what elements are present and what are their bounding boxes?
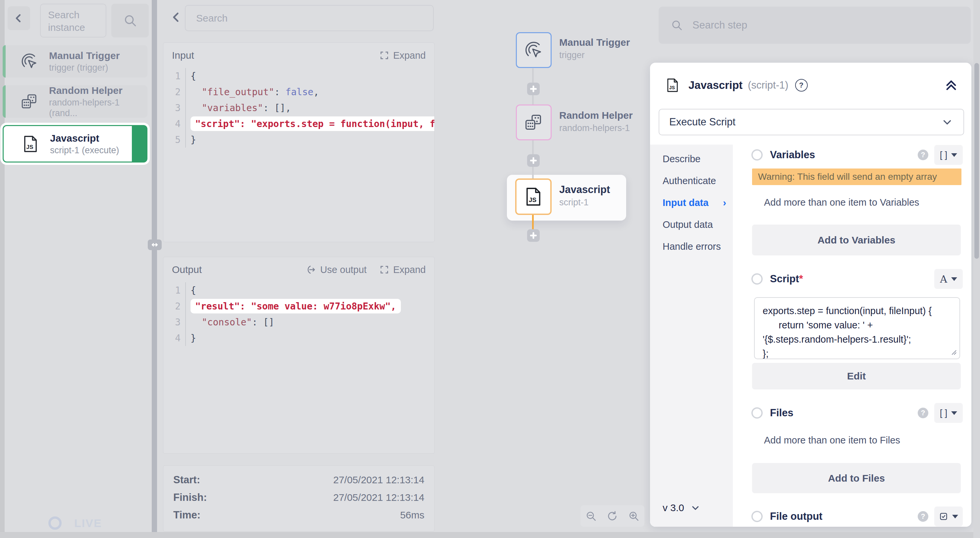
- zoom-out-button[interactable]: [585, 510, 597, 522]
- files-field-row: Files ? [ ]: [751, 403, 963, 423]
- run-info-card: Start: 27/05/2021 12:13:14 Finish: 27/05…: [163, 465, 435, 532]
- zoom-in-button[interactable]: [628, 510, 640, 522]
- add-to-files-button[interactable]: Add to Files: [752, 463, 961, 493]
- input-json-viewer[interactable]: 1{2 "file_output": false,3 "variables": …: [163, 68, 434, 150]
- node-subtitle: trigger: [559, 51, 585, 60]
- js-file-icon: JS: [665, 77, 681, 93]
- bottom-scrollbar-track[interactable]: [0, 532, 980, 538]
- debug-panel: Input Expand 1{2 "file_output": false,3 …: [157, 0, 445, 538]
- version-selector[interactable]: v 3.0: [663, 502, 701, 514]
- checkbox-type-icon: [939, 512, 948, 521]
- code-line: 1{: [163, 282, 434, 298]
- code-line: 5}: [163, 132, 434, 148]
- output-card: Output Use output Expand: [163, 257, 435, 454]
- code-line: 2 "file_output": false,: [163, 84, 434, 100]
- refresh-button[interactable]: [606, 510, 618, 522]
- version-label: v 3.0: [663, 502, 684, 514]
- script-textarea[interactable]: exports.step = function(input, fileInput…: [754, 297, 960, 359]
- canvas-node-javascript-selected[interactable]: JS: [515, 179, 552, 215]
- debug-search-input[interactable]: [185, 5, 434, 31]
- finish-label: Finish:: [173, 492, 207, 503]
- expand-icon: [379, 265, 389, 275]
- sidebar-step-random-helper[interactable]: Random Helper random-helpers-1 (rand...: [3, 85, 148, 118]
- debug-back-button[interactable]: [170, 11, 183, 24]
- tab-label: Input data: [663, 192, 709, 214]
- help-icon[interactable]: ?: [918, 511, 928, 522]
- tab-input-data[interactable]: Input data›: [650, 192, 733, 214]
- script-field-row: Script* A: [751, 269, 963, 289]
- right-scrollbar-thumb[interactable]: [974, 63, 979, 259]
- add-to-variables-button[interactable]: Add to Variables: [752, 225, 961, 255]
- code-line: 4"script": "exports.step = function(inpu…: [163, 116, 434, 132]
- step-title: Random Helper: [49, 85, 148, 97]
- variables-warning-banner: Warning: This field will send an empty a…: [752, 169, 961, 185]
- tab-output-data[interactable]: Output data: [650, 214, 733, 236]
- file-output-type-button[interactable]: [934, 506, 963, 527]
- canvas-node-manual-trigger[interactable]: [516, 32, 552, 68]
- variables-type-button[interactable]: [ ]: [934, 145, 963, 165]
- radio-icon[interactable]: [751, 149, 763, 161]
- panel-step-id: (script-1): [748, 79, 788, 91]
- step-title: Manual Trigger: [49, 50, 119, 62]
- sidebar-step-javascript-selected[interactable]: JS Javascript script-1 (execute): [3, 125, 148, 163]
- chevron-down-icon: [690, 503, 701, 513]
- array-type-glyph: [ ]: [940, 150, 948, 160]
- variables-helper-text: Add more than one item to Variables: [764, 197, 920, 208]
- success-accent-bar: [3, 85, 6, 118]
- step-subtitle: random-helpers-1 (rand...: [49, 97, 148, 118]
- file-output-field-row: File output ?: [751, 506, 963, 527]
- add-step-button[interactable]: [527, 229, 540, 242]
- manual-trigger-icon: [20, 52, 40, 71]
- output-title: Output: [172, 264, 202, 275]
- radio-icon[interactable]: [751, 511, 763, 522]
- search-instance-input[interactable]: Search instance: [40, 4, 107, 37]
- step-title: Javascript: [50, 133, 119, 144]
- right-scrollbar-track[interactable]: [974, 0, 980, 538]
- js-file-icon: JS: [21, 134, 41, 153]
- variables-label: Variables: [770, 149, 815, 161]
- panel-tab-column: DescribeAuthenticateInput data›Output da…: [650, 145, 733, 527]
- operation-select[interactable]: Execute Script: [659, 109, 964, 135]
- radio-icon[interactable]: [751, 407, 763, 418]
- window-left-edge: [0, 0, 5, 538]
- caret-down-icon: [951, 277, 957, 281]
- add-step-button[interactable]: [527, 154, 540, 167]
- code-line: 3 "variables": [],: [163, 100, 434, 116]
- script-type-button[interactable]: A: [934, 269, 963, 289]
- script-edit-button[interactable]: Edit: [752, 363, 961, 390]
- selected-accent-block: [132, 126, 147, 162]
- output-expand-button[interactable]: Expand: [379, 264, 426, 275]
- required-mark: *: [799, 273, 803, 285]
- output-json-viewer[interactable]: 1{2"result": "some value: w77io8pExkw",3…: [163, 282, 434, 349]
- caret-down-icon: [951, 153, 957, 157]
- start-label: Start:: [173, 474, 200, 486]
- help-icon[interactable]: ?: [795, 79, 808, 91]
- add-step-button[interactable]: [527, 83, 540, 95]
- search-instance-button[interactable]: [111, 4, 149, 37]
- node-title: Random Helper: [559, 110, 633, 120]
- search-icon: [671, 19, 683, 32]
- use-output-button[interactable]: Use output: [306, 264, 366, 275]
- help-icon[interactable]: ?: [918, 150, 928, 160]
- tab-describe[interactable]: Describe: [650, 148, 733, 170]
- node-subtitle: script-1: [559, 198, 589, 207]
- time-label: Time:: [173, 509, 200, 521]
- collapse-panel-button[interactable]: [944, 78, 958, 92]
- search-icon: [123, 13, 137, 28]
- files-type-button[interactable]: [ ]: [934, 403, 963, 423]
- line-number: 4: [163, 118, 185, 129]
- canvas-node-random-helper[interactable]: [516, 104, 552, 140]
- text-type-glyph: A: [940, 273, 947, 285]
- radio-icon[interactable]: [751, 273, 763, 284]
- tab-authenticate[interactable]: Authenticate: [650, 170, 733, 192]
- panel-field-column: Variables ? [ ] Warning: This field will…: [733, 145, 971, 527]
- step-search-input[interactable]: [692, 19, 925, 32]
- tab-handle-errors[interactable]: Handle errors: [650, 236, 733, 257]
- step-properties-panel: JS Javascript (script-1) ? Execute Scrip…: [650, 63, 971, 527]
- sidebar-back-button[interactable]: [8, 6, 30, 30]
- input-expand-button[interactable]: Expand: [379, 50, 426, 61]
- help-icon[interactable]: ?: [918, 408, 928, 418]
- sidebar-step-manual-trigger[interactable]: Manual Trigger trigger (trigger): [3, 45, 148, 78]
- tab-label: Handle errors: [663, 236, 721, 257]
- sidebar-divider[interactable]: [152, 0, 157, 538]
